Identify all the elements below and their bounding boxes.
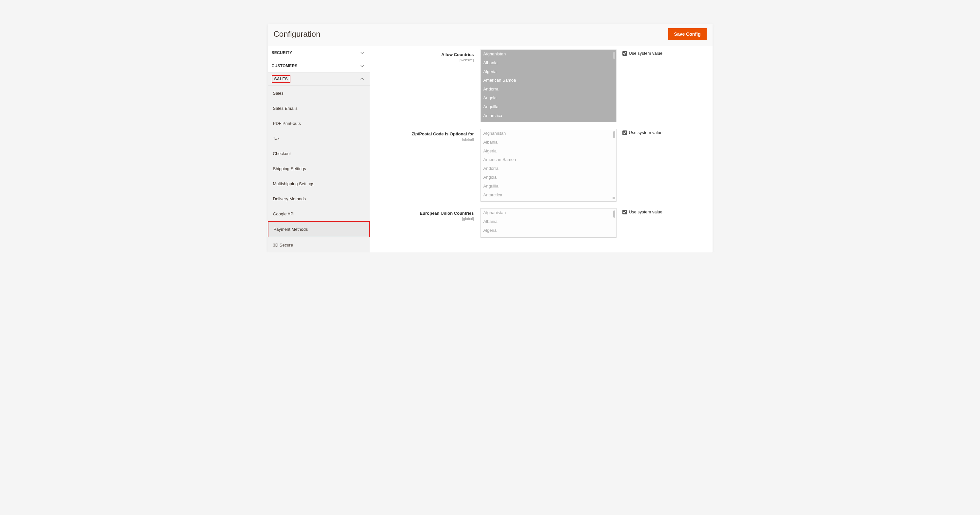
field-eu-countries: European Union Countries [global] Afghan… [370, 205, 703, 241]
sidebar-section-label: SALES [272, 75, 291, 83]
chevron-down-icon [360, 64, 364, 68]
page-title: Configuration [274, 30, 321, 39]
field-allow-countries: Allow Countries [website] Afghanistan Al… [370, 46, 703, 126]
field-label: European Union Countries [global] [370, 208, 480, 221]
sidebar-section-security[interactable]: SECURITY [268, 46, 370, 59]
label-text: European Union Countries [420, 211, 474, 216]
scope-text: [global] [370, 137, 474, 141]
sidebar-item-sales[interactable]: Sales [268, 86, 370, 100]
select-option[interactable]: Antigua & Barbuda [481, 120, 616, 122]
panel-header: Configuration Save Config [268, 24, 713, 46]
zip-optional-select[interactable]: Afghanistan Albania Algeria American Sam… [480, 129, 617, 202]
scrollbar-arrow[interactable] [612, 197, 615, 199]
sidebar-item-tax[interactable]: Tax [268, 131, 370, 146]
select-option[interactable]: American Samoa [481, 155, 616, 164]
chevron-up-icon [360, 77, 364, 81]
sidebar-item-delivery-methods[interactable]: Delivery Methods [268, 191, 370, 206]
use-system-value-label: Use system value [629, 209, 663, 214]
sidebar-item-multishipping-settings[interactable]: Multishipping Settings [268, 176, 370, 191]
sidebar-item-payment-methods[interactable]: Payment Methods [268, 221, 370, 238]
use-system-value-checkbox[interactable] [622, 51, 627, 56]
label-text: Zip/Postal Code is Optional for [412, 131, 474, 136]
scrollbar-handle[interactable] [613, 52, 615, 59]
select-option[interactable]: Albania [481, 59, 616, 67]
select-option[interactable]: Algeria [481, 147, 616, 156]
field-zip-optional: Zip/Postal Code is Optional for [global]… [370, 126, 703, 205]
sidebar-sales-submenu: Sales Sales Emails PDF Print-outs Tax Ch… [268, 86, 370, 252]
select-option[interactable]: Albania [481, 138, 616, 147]
sidebar-item-sales-emails[interactable]: Sales Emails [268, 100, 370, 116]
select-option[interactable]: Anguilla [481, 182, 616, 191]
scrollbar-handle[interactable] [613, 131, 615, 138]
allow-countries-select[interactable]: Afghanistan Albania Algeria American Sam… [480, 49, 617, 122]
config-panel: Configuration Save Config SECURITY CUSTO… [268, 24, 713, 252]
select-option[interactable]: Afghanistan [481, 129, 616, 138]
scope-text: [website] [370, 58, 474, 62]
sidebar-section-label: SECURITY [272, 51, 292, 55]
select-option[interactable]: Albania [481, 217, 616, 226]
sidebar-item-pdf-print-outs[interactable]: PDF Print-outs [268, 116, 370, 131]
use-system-value-label: Use system value [629, 130, 663, 135]
select-option[interactable]: Angola [481, 94, 616, 103]
sidebar-section-customers[interactable]: CUSTOMERS [268, 59, 370, 72]
panel-body: SECURITY CUSTOMERS SALES Sales Sales Ema… [268, 46, 713, 252]
select-option[interactable]: American Samoa [481, 76, 616, 85]
sidebar-item-checkout[interactable]: Checkout [268, 146, 370, 161]
label-text: Allow Countries [441, 52, 474, 57]
use-system-value-wrap: Use system value [622, 129, 663, 135]
select-option[interactable]: Antarctica [481, 191, 616, 199]
select-option[interactable]: Andorra [481, 164, 616, 173]
use-system-value-wrap: Use system value [622, 208, 663, 214]
use-system-value-wrap: Use system value [622, 49, 663, 56]
sidebar-section-label: CUSTOMERS [272, 64, 298, 68]
config-main: Allow Countries [website] Afghanistan Al… [370, 46, 713, 252]
select-option[interactable]: Algeria [481, 226, 616, 235]
sidebar-item-3d-secure[interactable]: 3D Secure [268, 238, 370, 252]
save-config-button[interactable]: Save Config [668, 28, 706, 40]
select-option[interactable]: American Samoa [481, 235, 616, 238]
sidebar-item-shipping-settings[interactable]: Shipping Settings [268, 161, 370, 176]
config-sidebar: SECURITY CUSTOMERS SALES Sales Sales Ema… [268, 46, 370, 252]
sidebar-item-google-api[interactable]: Google API [268, 206, 370, 221]
select-option[interactable]: Angola [481, 173, 616, 182]
select-option[interactable]: Afghanistan [481, 50, 616, 59]
use-system-value-checkbox[interactable] [622, 131, 627, 135]
field-label: Allow Countries [website] [370, 49, 480, 62]
field-label: Zip/Postal Code is Optional for [global] [370, 129, 480, 141]
select-option[interactable]: Antigua & Barbuda [481, 199, 616, 201]
select-option[interactable]: Antarctica [481, 112, 616, 120]
sidebar-section-sales[interactable]: SALES [268, 72, 370, 86]
eu-countries-select[interactable]: Afghanistan Albania Algeria American Sam… [480, 208, 617, 238]
select-option[interactable]: Algeria [481, 67, 616, 77]
scrollbar-handle[interactable] [613, 210, 615, 218]
chevron-down-icon [360, 51, 364, 55]
use-system-value-label: Use system value [629, 51, 663, 56]
select-option[interactable]: Afghanistan [481, 209, 616, 217]
select-option[interactable]: Anguilla [481, 103, 616, 112]
use-system-value-checkbox[interactable] [622, 210, 627, 214]
scope-text: [global] [370, 217, 474, 221]
select-option[interactable]: Andorra [481, 85, 616, 94]
